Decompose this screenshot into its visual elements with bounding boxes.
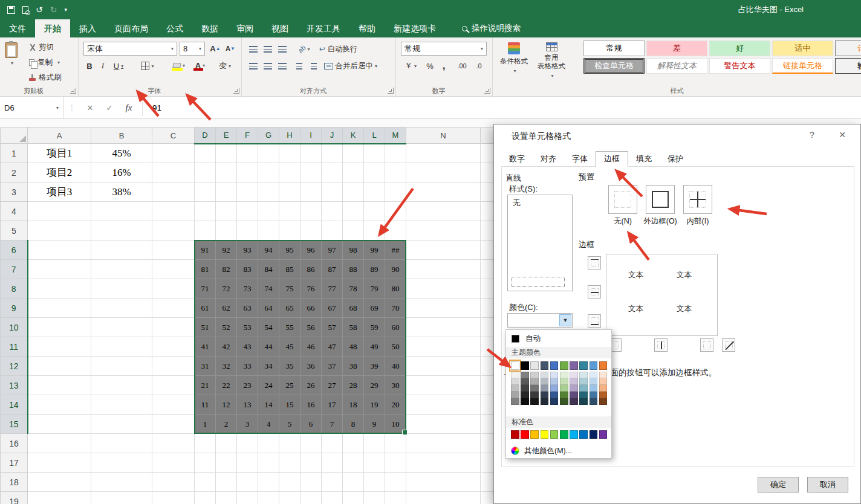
- cell-F9[interactable]: 63: [237, 299, 258, 318]
- theme-color-1[interactable]: [521, 361, 529, 370]
- cell-I7[interactable]: 86: [301, 260, 322, 279]
- cell-H8[interactable]: 75: [279, 279, 301, 299]
- theme-color-4[interactable]: [550, 361, 559, 370]
- dialog-tab-填充[interactable]: 填充: [628, 151, 660, 167]
- cell-M3[interactable]: [385, 183, 406, 202]
- cell-H13[interactable]: 25: [279, 376, 301, 395]
- cell-N9[interactable]: [406, 299, 481, 318]
- row-header-7[interactable]: 7: [1, 260, 28, 279]
- cell-J8[interactable]: 77: [322, 279, 343, 299]
- cell-K13[interactable]: 28: [343, 376, 364, 395]
- cell-G1[interactable]: [258, 144, 279, 163]
- cell-I9[interactable]: 66: [301, 299, 322, 318]
- cell-B8[interactable]: [91, 279, 152, 299]
- cell-J19[interactable]: [322, 492, 343, 504]
- col-header-L[interactable]: L: [364, 128, 385, 144]
- cell-E1[interactable]: [216, 144, 237, 163]
- underline-button[interactable]: U▾: [110, 59, 127, 73]
- conditional-formatting-button[interactable]: 条件格式 ▾: [496, 40, 531, 87]
- cell-E2[interactable]: [216, 163, 237, 183]
- cell-D9[interactable]: 61: [195, 299, 216, 318]
- theme-tint-1-1[interactable]: [521, 378, 529, 385]
- fill-color-button[interactable]: ▾: [169, 58, 189, 73]
- cell-A1[interactable]: 项目1: [28, 144, 91, 163]
- cell-B7[interactable]: [91, 260, 152, 279]
- cell-style-链接单元格[interactable]: 链接单元格: [772, 58, 833, 74]
- theme-tint-7-4[interactable]: [579, 398, 588, 405]
- cell-M4[interactable]: [385, 202, 406, 221]
- cell-A17[interactable]: [28, 453, 91, 473]
- theme-color-5[interactable]: [560, 361, 568, 370]
- theme-tint-1-4[interactable]: [521, 398, 529, 405]
- row-header-6[interactable]: 6: [1, 241, 28, 260]
- cell-N6[interactable]: [406, 241, 481, 260]
- cell-D14[interactable]: 11: [195, 395, 216, 415]
- cell-H10[interactable]: 55: [279, 318, 301, 337]
- cell-L1[interactable]: [364, 144, 385, 163]
- dialog-tab-字体[interactable]: 字体: [564, 151, 596, 167]
- cell-I12[interactable]: 36: [301, 357, 322, 376]
- cell-G5[interactable]: [258, 221, 279, 241]
- color-auto-item[interactable]: 自动: [506, 332, 611, 345]
- cell-K9[interactable]: 68: [343, 299, 364, 318]
- cell-I4[interactable]: [301, 202, 322, 221]
- cell-J4[interactable]: [322, 202, 343, 221]
- col-header-A[interactable]: A: [28, 128, 91, 144]
- cell-E6[interactable]: 92: [216, 241, 237, 260]
- cell-D1[interactable]: [195, 144, 216, 163]
- border-diagonal-button[interactable]: [722, 338, 735, 352]
- cell-H12[interactable]: 35: [279, 357, 301, 376]
- cell-L13[interactable]: 29: [364, 376, 385, 395]
- dialog-tab-边框[interactable]: 边框: [596, 151, 628, 167]
- theme-tint-1-3[interactable]: [521, 392, 529, 398]
- cell-I18[interactable]: [301, 473, 322, 492]
- more-colors-item[interactable]: 其他颜色(M)...: [506, 444, 611, 457]
- insert-function-button[interactable]: fx: [119, 97, 138, 118]
- theme-tint-2-3[interactable]: [530, 392, 539, 398]
- standard-color-9[interactable]: [599, 430, 608, 439]
- theme-tint-4-0[interactable]: [550, 372, 559, 378]
- cell-I3[interactable]: [301, 183, 322, 202]
- decrease-decimal-button[interactable]: .0: [472, 59, 486, 73]
- cell-M19[interactable]: [385, 492, 406, 504]
- col-header-N[interactable]: N: [406, 128, 481, 144]
- theme-tint-8-3[interactable]: [590, 392, 598, 398]
- theme-color-6[interactable]: [570, 361, 578, 370]
- cell-G3[interactable]: [258, 183, 279, 202]
- theme-tint-2-1[interactable]: [530, 378, 539, 385]
- cell-N12[interactable]: [406, 357, 481, 376]
- cell-N14[interactable]: [406, 395, 481, 415]
- row-header-10[interactable]: 10: [1, 318, 28, 337]
- number-dialog-launcher-icon[interactable]: [484, 88, 490, 94]
- cell-L18[interactable]: [364, 473, 385, 492]
- cell-C14[interactable]: [152, 395, 195, 415]
- cell-L8[interactable]: 79: [364, 279, 385, 299]
- cell-G11[interactable]: 44: [258, 337, 279, 357]
- cell-I15[interactable]: 6: [301, 415, 322, 434]
- theme-tint-8-0[interactable]: [590, 372, 598, 378]
- cell-M9[interactable]: 70: [385, 299, 406, 318]
- theme-tint-2-2[interactable]: [530, 385, 539, 392]
- theme-color-8[interactable]: [590, 361, 598, 370]
- cell-C15[interactable]: [152, 415, 195, 434]
- cell-N1[interactable]: [406, 144, 481, 163]
- cell-B1[interactable]: 45%: [91, 144, 152, 163]
- cell-E11[interactable]: 42: [216, 337, 237, 357]
- cell-C17[interactable]: [152, 453, 195, 473]
- cell-J1[interactable]: [322, 144, 343, 163]
- cell-B17[interactable]: [91, 453, 152, 473]
- cell-C19[interactable]: [152, 492, 195, 504]
- theme-tint-7-3[interactable]: [579, 392, 588, 398]
- cell-H9[interactable]: 65: [279, 299, 301, 318]
- cell-J10[interactable]: 57: [322, 318, 343, 337]
- row-header-9[interactable]: 9: [1, 299, 28, 318]
- enter-button[interactable]: ✓: [100, 97, 119, 118]
- cell-F4[interactable]: [237, 202, 258, 221]
- standard-color-8[interactable]: [590, 430, 598, 439]
- cell-D12[interactable]: 31: [195, 357, 216, 376]
- cell-G16[interactable]: [258, 434, 279, 453]
- cell-B13[interactable]: [91, 376, 152, 395]
- help-icon[interactable]: ?: [806, 130, 818, 140]
- cell-C9[interactable]: [152, 299, 195, 318]
- theme-tint-9-1[interactable]: [599, 378, 608, 385]
